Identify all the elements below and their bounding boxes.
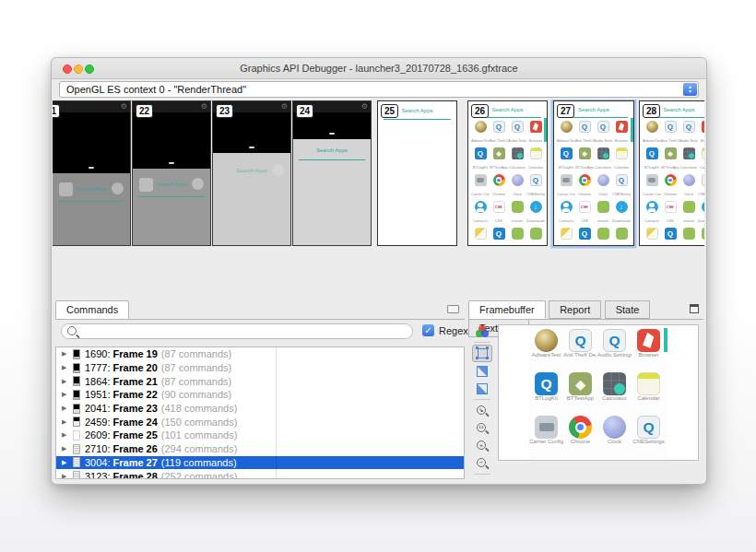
framebuffer-body: ↘1:1+− AdwareTestQAnti Theft De.QAudio S… — [468, 320, 703, 479]
app-icon-q-tile: Q — [493, 121, 505, 133]
app-icon-q-tile: Q — [637, 416, 660, 439]
framebuffer-tab-bar: Framebuffer Report State Textures »4 — [468, 300, 703, 320]
app-icon-android-green — [597, 201, 609, 213]
app-cell: Calculator — [508, 147, 526, 170]
zoom-out-icon: − — [476, 457, 489, 470]
command-frame-row[interactable]: ▶2041:Frame 23(418 commands) — [56, 402, 464, 416]
app-label: BTLogKit — [557, 165, 575, 170]
context-selector-value: OpenGL ES context 0 - "RenderThread" — [66, 82, 246, 97]
context-selector[interactable]: OpenGL ES context 0 - "RenderThread" ▲▼ — [59, 81, 699, 98]
frame-thumbnail-22[interactable]: ⚙Search Apps22 — [132, 100, 211, 246]
command-frame-row[interactable]: ▶1777:Frame 20(87 commands) — [56, 361, 464, 375]
command-frame-row[interactable]: ▶3123:Frame 28(252 commands) — [56, 469, 464, 479]
frame-number-badge: 22 — [136, 104, 153, 118]
frame-thumb-icon — [73, 349, 80, 359]
app-label: CNESettings — [612, 192, 631, 196]
minimize-button[interactable] — [74, 65, 83, 74]
tab-framebuffer[interactable]: Framebuffer — [468, 300, 546, 319]
thumbnail-search-label: Search Apps — [213, 168, 290, 173]
zoom-in-button[interactable]: + — [472, 437, 492, 454]
frame-thumbnail-25[interactable]: Search Apps25 — [377, 100, 457, 246]
app-icon-calculator — [683, 147, 695, 159]
zoom-fit-button[interactable]: ↘ — [472, 402, 492, 419]
app-cell: Calendar — [698, 147, 704, 170]
app-label: Clock — [594, 192, 612, 196]
app-cell: Contacts — [643, 201, 661, 223]
disclosure-triangle-icon: ▶ — [62, 405, 70, 412]
app-label: Clock — [508, 192, 526, 196]
app-cell: QCNESettings — [612, 174, 631, 196]
frame-thumbnail-23[interactable]: ⚙Search Apps23 — [212, 100, 291, 246]
app-icon-calculator — [603, 372, 626, 395]
app-cell: Browser — [526, 121, 545, 143]
search-input[interactable] — [82, 325, 407, 337]
app-cell — [679, 228, 698, 245]
command-frame-row[interactable]: ▶1864:Frame 21(87 commands) — [56, 374, 464, 388]
app-cell: QBTLogKit — [643, 147, 661, 170]
frame-thumb-icon — [73, 430, 80, 440]
app-icon-q-solid: Q — [475, 147, 487, 159]
frame-thumbnail-26[interactable]: Search AppsAdwareTestQAnti Theft De.QAud… — [467, 100, 548, 246]
frame-name: Frame 20 — [113, 362, 158, 373]
selection-tool-button[interactable] — [472, 345, 492, 362]
frame-name: Frame 23 — [113, 403, 158, 414]
frame-name: Frame 19 — [113, 348, 158, 359]
regex-checkbox[interactable]: ✓ — [422, 324, 434, 336]
app-icon-chrome — [569, 416, 592, 439]
app-icon-q-tile: Q — [616, 174, 628, 186]
app-label: Clock — [679, 192, 698, 196]
app-icon-csk: CSK — [579, 201, 591, 213]
color-channels-button[interactable] — [472, 323, 492, 340]
tab-commands[interactable]: Commands — [55, 300, 129, 319]
command-count: (150 commands) — [161, 417, 238, 428]
frame-thumbnail-28[interactable]: Search AppsAdwareTestQAnti Theft De.QAud… — [639, 100, 704, 246]
app-label: Audio Settings — [508, 138, 526, 143]
flip-diagonal-down-button[interactable] — [472, 380, 492, 397]
app-label: BTTestApp — [575, 165, 594, 170]
app-label: AdwareTest — [471, 138, 490, 143]
phone-screen-gray — [293, 139, 371, 245]
app-label: BTTestApp — [661, 165, 679, 170]
app-cell: ◆BTTestApp — [490, 147, 508, 170]
app-icon-q-solid: Q — [665, 228, 677, 240]
app-icon-q-tile: Q — [512, 121, 524, 133]
frame-thumbnail-27[interactable]: Search AppsAdwareTestQAnti Theft De.QAud… — [553, 100, 634, 246]
tab-report[interactable]: Report — [549, 300, 601, 319]
command-frame-row[interactable]: ▶2710:Frame 26(294 commands) — [56, 442, 464, 456]
command-search[interactable] — [61, 323, 413, 339]
app-label: Calendar — [698, 165, 704, 170]
command-frame-row[interactable]: ▶2459:Frame 24(150 commands) — [56, 415, 464, 429]
expand-caret-icon — [249, 147, 254, 148]
panel-minimize-button[interactable] — [447, 305, 459, 313]
command-frame-row[interactable]: ▶1690:Frame 19(87 commands) — [56, 347, 464, 361]
command-index: 2710: — [85, 443, 111, 454]
app-label: Chrome — [490, 192, 508, 196]
flip-diagonal-up-button[interactable] — [472, 362, 492, 380]
zoom-out-button[interactable]: − — [472, 454, 492, 472]
panel-maximize-button[interactable] — [690, 304, 699, 313]
browser-flame-shape — [642, 332, 656, 349]
command-frame-row[interactable]: ▶2609:Frame 25(101 commands) — [56, 429, 464, 442]
command-index: 1777: — [85, 362, 111, 373]
tab-state[interactable]: State — [605, 300, 651, 319]
app-label: Calculator — [597, 396, 632, 401]
close-button[interactable] — [63, 65, 72, 74]
app-icon-q-tile: Q — [683, 121, 695, 133]
app-label: Calculator — [594, 165, 612, 170]
app-cell: Clock — [679, 174, 698, 196]
frame-thumbnail-24[interactable]: ⚙Search Apps24 — [292, 100, 372, 246]
title-bar[interactable]: Graphics API Debugger - launcher3_201707… — [52, 58, 706, 79]
frame-thumbnail-21[interactable]: ⚙Search Apps21 — [53, 100, 131, 246]
app-cell: Contacts — [471, 201, 490, 223]
zoom-button[interactable] — [85, 65, 94, 74]
app-cell: ◆BTTestApp — [661, 147, 679, 170]
app-icon-q-solid: Q — [579, 228, 591, 240]
command-frame-row[interactable]: ▶3004:Frame 27(119 commands) — [56, 456, 464, 470]
thumbnail-search-label: Search Apps — [53, 186, 130, 192]
command-index: 2041: — [85, 403, 111, 414]
command-index: 1690: — [85, 348, 111, 359]
command-frame-row[interactable]: ▶1951:Frame 22(90 commands) — [56, 388, 464, 402]
app-label: Calculator — [508, 165, 526, 170]
app-icon-mail — [561, 228, 573, 240]
zoom-actual-button[interactable]: 1:1 — [472, 419, 492, 437]
